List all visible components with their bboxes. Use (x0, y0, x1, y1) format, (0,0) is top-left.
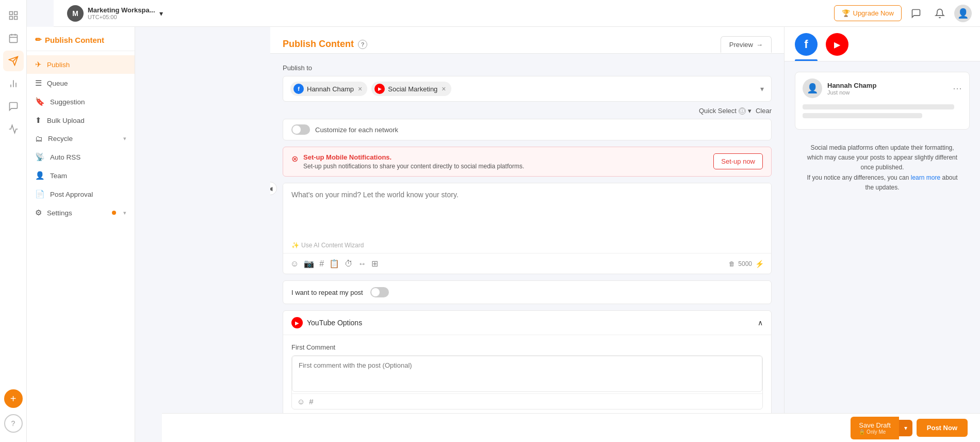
svg-rect-0 (9, 12, 12, 15)
rail-home-icon[interactable] (3, 5, 24, 26)
rail-add-button[interactable]: + (4, 389, 23, 408)
quick-select-info-icon: ⓘ (739, 107, 746, 115)
rail-publish-icon[interactable] (3, 51, 24, 71)
hannah-champ-label: Hannah Champ (307, 85, 354, 93)
post-content-input[interactable] (283, 183, 771, 240)
yt-header-left: ▶ YouTube Options (291, 317, 362, 328)
rail-analytics-icon[interactable] (3, 73, 24, 94)
alert-icon: ⊗ (291, 154, 298, 164)
first-comment-input[interactable] (292, 356, 762, 392)
repeat-label: I want to repeat my post (291, 289, 363, 296)
preview-user-info: Hannah Champ Just now (827, 82, 876, 96)
sidebar-item-auto-rss[interactable]: 📡 Auto RSS (27, 148, 135, 166)
customize-toggle[interactable] (291, 124, 310, 135)
sidebar-item-recycle[interactable]: 🗂 Recycle ▾ (27, 130, 135, 148)
preview-time: Just now (827, 89, 876, 96)
first-comment-wrapper: ☺ # (291, 355, 763, 409)
ai-label: Use AI Content Wizard (301, 242, 364, 249)
ai-content-wizard-hint[interactable]: ✨ Use AI Content Wizard (283, 242, 771, 253)
sidebar-item-post-approval[interactable]: 📄 Post Approval (27, 185, 135, 203)
quick-select-button[interactable]: Quick Select ⓘ ▾ (699, 107, 752, 115)
preview-line-2 (803, 113, 922, 118)
publish-to-row[interactable]: f Hannah Champ × ▶ Social Marketing × ▾ (283, 76, 772, 102)
repeat-toggle[interactable] (370, 287, 389, 297)
share-icon[interactable]: ↔ (358, 259, 366, 269)
bottom-bar: Save Draft 🔒 Only Me ▾ Post Now (162, 413, 980, 442)
remove-hannah-button[interactable]: × (358, 85, 362, 93)
grid-icon[interactable]: ⊞ (371, 259, 378, 269)
post-text-area: ✨ Use AI Content Wizard ☺ 📷 # 📋 ⏱ ↔ ⊞ 🗑 (283, 183, 772, 274)
sidebar: ✏ Publish Content ✈ Publish ☰ Queue 🔖 Su… (27, 27, 135, 442)
save-draft-button[interactable]: Save Draft 🔒 Only Me (851, 417, 899, 439)
workspace-selector[interactable]: M Marketing Workspa... UTC+05:00 ▾ (62, 2, 168, 25)
sidebar-item-settings[interactable]: ⚙ Settings ▾ (27, 203, 135, 222)
social-marketing-chip[interactable]: ▶ Social Marketing × (371, 82, 451, 96)
publish-to-label: Publish to (283, 64, 772, 72)
hashtag-icon[interactable]: # (319, 259, 324, 269)
file-icon[interactable]: 📋 (329, 259, 339, 269)
youtube-preview-tab[interactable]: ▶ (826, 33, 848, 61)
post-now-button[interactable]: Post Now (917, 419, 968, 437)
icon-rail: + ? (0, 0, 27, 442)
workspace-avatar: M (67, 5, 84, 22)
clock-icon[interactable]: ⏱ (345, 259, 353, 269)
upgrade-now-button[interactable]: 🏆 Upgrade Now (834, 5, 902, 21)
facebook-preview-tab[interactable]: f (795, 33, 818, 61)
rail-help-icon[interactable]: ? (4, 414, 23, 433)
enhance-icon[interactable]: ⚡ (755, 260, 764, 268)
sidebar-auto-rss-label: Auto RSS (50, 153, 80, 161)
publish-to-section: Publish to f Hannah Champ × ▶ Social Mar… (283, 64, 772, 119)
facebook-icon: f (293, 84, 304, 94)
alert-content: ⊗ Set-up Mobile Notifications. Set-up pu… (291, 153, 524, 170)
sidebar-header: ✏ Publish Content (27, 27, 135, 51)
sidebar-item-team[interactable]: 👤 Team (27, 166, 135, 185)
sidebar-recycle-label: Recycle (48, 135, 73, 143)
sidebar-item-suggestion[interactable]: 🔖 Suggestion (27, 92, 135, 111)
rail-calendar-icon[interactable] (3, 28, 24, 49)
preview-button[interactable]: Preview → (721, 36, 772, 53)
user-avatar[interactable]: 👤 (954, 5, 972, 22)
rail-monitor-icon[interactable] (3, 119, 24, 139)
workspace-name: Marketing Workspa... (88, 6, 155, 14)
comment-emoji-icon[interactable]: ☺ (297, 397, 305, 406)
sidebar-item-publish[interactable]: ✈ Publish (27, 55, 135, 74)
form-scroll: Publish to f Hannah Champ × ▶ Social Mar… (270, 54, 784, 442)
alert-title: Set-up Mobile Notifications. (303, 153, 524, 161)
notifications-icon[interactable] (930, 4, 949, 23)
sidebar-settings-label: Settings (47, 209, 72, 217)
clear-button[interactable]: Clear (756, 107, 772, 115)
emoji-icon[interactable]: ☺ (290, 259, 299, 269)
learn-more-link[interactable]: learn more (911, 174, 940, 181)
alert-description: Set-up push notifications to share your … (303, 163, 524, 170)
remove-social-marketing-button[interactable]: × (442, 85, 446, 93)
svg-rect-1 (14, 12, 17, 15)
youtube-circle-icon: ▶ (826, 33, 848, 56)
youtube-options-section: ▶ YouTube Options ∧ First Comment ☺ # (283, 310, 772, 418)
rail-engage-icon[interactable] (3, 96, 24, 117)
team-icon: 👤 (35, 171, 45, 180)
image-icon[interactable]: 📷 (304, 259, 314, 269)
sidebar-queue-label: Queue (47, 80, 68, 87)
preview-panel: f ▶ 👤 Hannah Champ Just now ⋯ (784, 27, 980, 442)
setup-now-button[interactable]: Set-up now (713, 153, 763, 169)
comment-hashtag-icon[interactable]: # (309, 397, 313, 406)
preview-card-header: 👤 Hannah Champ Just now ⋯ (795, 72, 969, 104)
accounts-dropdown-button[interactable]: ▾ (760, 85, 764, 93)
social-marketing-label: Social Marketing (388, 85, 437, 93)
svg-rect-4 (9, 35, 17, 42)
delete-icon[interactable]: 🗑 (729, 260, 735, 267)
queue-icon: ☰ (35, 78, 42, 88)
preview-more-icon[interactable]: ⋯ (953, 83, 962, 94)
save-draft-dropdown-button[interactable]: ▾ (899, 420, 912, 436)
sidebar-item-queue[interactable]: ☰ Queue (27, 74, 135, 92)
help-icon[interactable]: ? (358, 40, 367, 49)
youtube-options-header[interactable]: ▶ YouTube Options ∧ (283, 311, 771, 335)
messages-icon[interactable] (907, 4, 925, 23)
suggestion-icon: 🔖 (35, 97, 45, 106)
trophy-icon: 🏆 (842, 9, 850, 17)
hannah-champ-chip[interactable]: f Hannah Champ × (290, 82, 367, 96)
char-count: 🗑 5000 ⚡ (729, 260, 764, 268)
preview-info-text: Social media platforms often update thei… (795, 138, 970, 198)
sidebar-item-bulk-upload[interactable]: ⬆ Bulk Upload (27, 111, 135, 130)
customize-label: Customize for each network (315, 126, 398, 134)
